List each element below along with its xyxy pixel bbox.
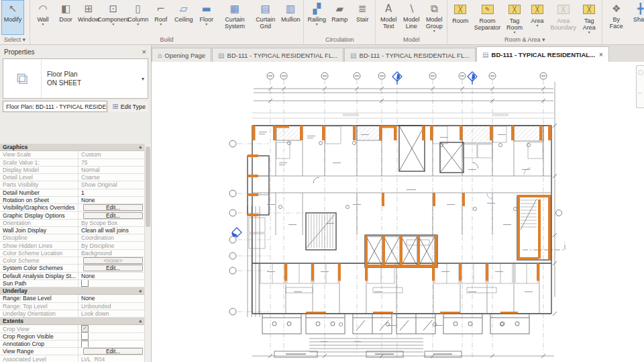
chevron-down-icon[interactable]: ▾: [112, 23, 114, 26]
ribbon-curtain-grid-button[interactable]: ▤Curtain Grid: [252, 0, 279, 35]
property-visibility-graphics-overrides-button[interactable]: Edit...: [83, 204, 143, 211]
type-selector[interactable]: ⧉ Floor Plan ON SHEET ▾: [3, 58, 148, 99]
scrollbar-thumb[interactable]: [146, 146, 150, 227]
property-graphic-display-options-button[interactable]: Edit...: [83, 212, 143, 219]
ribbon-by-face-button[interactable]: ❖By Face: [604, 0, 629, 35]
property-value[interactable]: None: [78, 295, 145, 302]
chevron-down-icon[interactable]: ▾: [537, 24, 539, 28]
property-system-color-schemes-button[interactable]: Edit...: [83, 265, 143, 271]
property-value[interactable]: None: [78, 197, 145, 203]
ramp-icon: ▰: [335, 2, 343, 15]
ribbon-room-separator-button[interactable]: ✎Room Separator: [472, 0, 503, 35]
chevron-down-icon[interactable]: ▾: [588, 31, 590, 34]
ribbon-railing-button[interactable]: ▞Railing▾: [305, 0, 328, 35]
property-value[interactable]: Background: [78, 250, 145, 257]
property-value[interactable]: Look down: [78, 310, 145, 317]
ribbon-tag-room-button[interactable]: ╳Tag Room▾: [503, 0, 526, 35]
view-tab-bd-111-typical-residenti[interactable]: ▤BD-111 - TYPICAL RESIDENTIAL FL...: [344, 48, 476, 62]
property-value[interactable]: ✓: [78, 325, 145, 332]
property-value[interactable]: Edit...: [78, 265, 145, 271]
element-selector-combo[interactable]: Floor Plan: BD-111 - TYPICAL RESIDENTIAL…: [3, 101, 107, 112]
view-tab-bd-111-typical-residenti[interactable]: ▤BD-111 - TYPICAL RESIDENTIAL...×: [476, 46, 609, 62]
chevron-down-icon[interactable]: ▾: [138, 59, 148, 98]
property-value[interactable]: 75: [78, 159, 145, 166]
chevron-down-icon[interactable]: ▾: [514, 31, 516, 34]
ribbon-model-text-button[interactable]: AModel Text: [377, 0, 400, 35]
property-value[interactable]: [78, 341, 145, 347]
checkbox[interactable]: [81, 341, 89, 347]
property-row-parts-visibility: Parts VisibilityShow Original: [0, 181, 145, 189]
ribbon-model-line-button[interactable]: ∖Model Line: [400, 0, 423, 35]
view-tab-bd-111-typical-residenti[interactable]: ▤BD-111 - TYPICAL RESIDENTIAL FL...: [212, 48, 343, 62]
chevron-down-icon[interactable]: ▾: [42, 23, 44, 26]
property-value[interactable]: Coarse: [78, 174, 145, 181]
property-row-range-base-level: Range: Base LevelNone: [0, 295, 145, 302]
chevron-down-icon[interactable]: ▾: [137, 23, 139, 26]
ribbon-room-button[interactable]: ╳Room: [449, 0, 472, 35]
ribbon-shaft-button[interactable]: ╋Shaft: [629, 0, 644, 35]
property-value[interactable]: Unbounded: [78, 303, 145, 310]
property-value[interactable]: Coordination: [78, 234, 145, 241]
chevron-down-icon[interactable]: ▾: [316, 23, 318, 26]
ribbon-floor-button[interactable]: ▬Floor▾: [195, 0, 218, 35]
ribbon-area-button[interactable]: ╳Area▾: [526, 0, 549, 35]
checkbox[interactable]: [81, 333, 89, 340]
ribbon-group-label[interactable]: Room & Area ▾: [449, 36, 600, 44]
property-section-extents[interactable]: Extents▴: [0, 318, 145, 325]
view-tab-opening-page[interactable]: ⌂Opening Page: [152, 48, 211, 62]
property-row-crop-view: Crop View✓: [0, 325, 145, 332]
navigation-bar[interactable]: [636, 65, 644, 108]
ribbon-curtain-system-button[interactable]: ▦Curtain System: [218, 0, 252, 35]
property-value[interactable]: Edit...: [78, 204, 145, 211]
ribbon-ramp-button[interactable]: ▰Ramp: [328, 0, 351, 35]
property-value[interactable]: Edit...: [78, 212, 145, 218]
drawing-canvas[interactable]: [152, 62, 644, 362]
floor-plan-drawing[interactable]: [152, 62, 644, 362]
property-value[interactable]: None: [78, 273, 145, 279]
ribbon-ceiling-button[interactable]: ▱Ceiling: [172, 0, 195, 35]
chevron-down-icon[interactable]: ▾: [160, 23, 162, 26]
ribbon-component-button[interactable]: ⊡Component▾: [100, 0, 127, 35]
close-icon[interactable]: ×: [140, 48, 148, 56]
ribbon-group-label[interactable]: Select ▾: [1, 36, 28, 44]
checkbox[interactable]: [81, 280, 89, 287]
ribbon-model-group-button[interactable]: ⧉Model Group▾: [423, 0, 445, 35]
ribbon-door-button[interactable]: ◧Door: [54, 0, 77, 35]
property-value[interactable]: Edit...: [78, 348, 145, 355]
property-section-underlay[interactable]: Underlay▴: [0, 287, 145, 295]
property-value[interactable]: By Discipline: [78, 242, 145, 248]
property-view-range-button[interactable]: Edit...: [83, 348, 143, 355]
property-label: Color Scheme Location: [0, 250, 78, 257]
property-section-graphics[interactable]: Graphics▴: [0, 144, 145, 151]
property-row-color-scheme-location: Color Scheme LocationBackground: [0, 250, 145, 257]
ribbon-column-button[interactable]: ▯Column▾: [127, 0, 150, 35]
ribbon-window-button[interactable]: ⊞Window: [77, 0, 100, 35]
ribbon-stair-button[interactable]: ≣Stair: [351, 0, 374, 35]
property-value[interactable]: By Scope Box: [78, 220, 145, 226]
property-value[interactable]: [78, 280, 145, 287]
properties-scrollbar[interactable]: [144, 144, 151, 362]
ribbon-tag-area-button[interactable]: ╳Tag Area▾: [578, 0, 600, 35]
ribbon-modify-button[interactable]: ↖Modify: [1, 0, 24, 35]
property-value[interactable]: Show Original: [78, 181, 145, 188]
ribbon-roof-button[interactable]: ⌐Roof▾: [150, 0, 172, 35]
property-value[interactable]: Normal: [78, 167, 145, 173]
ribbon-wall-button[interactable]: ◠Wall▾: [32, 0, 54, 35]
property-value[interactable]: [78, 333, 145, 340]
tab-label: BD-111 - TYPICAL RESIDENTIAL FL...: [360, 52, 470, 59]
close-icon[interactable]: ×: [599, 51, 603, 58]
checkbox[interactable]: ✓: [81, 325, 89, 332]
property-value[interactable]: 1: [78, 189, 145, 196]
property-value[interactable]: <none>: [78, 257, 145, 264]
property-value[interactable]: Custom: [78, 151, 145, 158]
ribbon-mullion-button[interactable]: ▥Mullion: [279, 0, 302, 35]
property-value[interactable]: Clean all wall joins: [78, 227, 145, 234]
edit-type-button[interactable]: ⊞ Edit Type: [109, 101, 148, 112]
property-color-scheme-button[interactable]: <none>: [83, 257, 143, 264]
property-label: Rotation on Sheet: [0, 197, 78, 203]
chevron-down-icon[interactable]: ▾: [433, 30, 435, 33]
chevron-down-icon[interactable]: ▾: [205, 23, 207, 26]
type-name: Floor Plan: [47, 70, 138, 79]
property-value[interactable]: LVL_R04: [78, 355, 145, 362]
property-label: Extents: [0, 318, 139, 324]
